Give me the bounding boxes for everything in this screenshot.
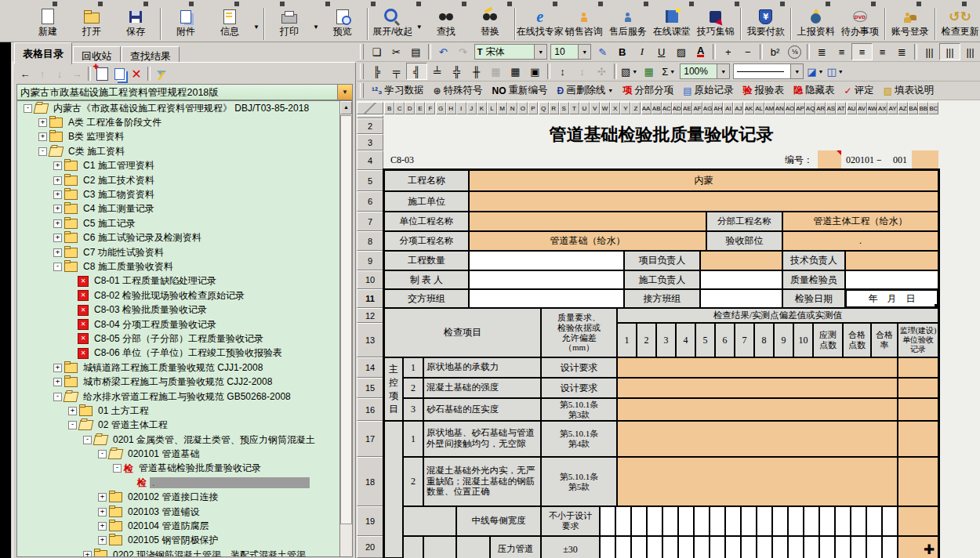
fill-style-button[interactable]: ◫▼: [825, 63, 844, 79]
tree-node-label[interactable]: C4 施工测量记录: [81, 202, 157, 216]
column-header-U[interactable]: U: [579, 102, 590, 114]
collapse-box-icon[interactable]: -: [83, 436, 92, 444]
expand-box-icon[interactable]: +: [53, 248, 62, 257]
row-header-7[interactable]: 7: [357, 212, 383, 231]
tree-node-label[interactable]: C8-01 工程质量缺陷处理记录: [92, 274, 219, 288]
lock-cell-button[interactable]: ▣: [525, 63, 545, 79]
column-header-AW[interactable]: AW: [867, 102, 877, 114]
font-color-button[interactable]: A: [691, 44, 710, 60]
measurement-cell[interactable]: [710, 506, 725, 536]
expand-box-icon[interactable]: +: [53, 190, 62, 199]
tree-node-label[interactable]: 020105 钢管阴极保护: [125, 534, 220, 547]
tree-node-label[interactable]: 020103 管道铺设: [125, 505, 201, 519]
column-header-AH[interactable]: AH: [713, 102, 723, 114]
bold-button[interactable]: B: [612, 44, 632, 60]
value-technical-manager[interactable]: [845, 251, 938, 270]
measurement-cell[interactable]: [725, 506, 741, 536]
renumber-button[interactable]: NO重新编号: [488, 83, 553, 98]
supervision-cell[interactable]: [898, 378, 938, 398]
column-header-AE[interactable]: AE: [682, 102, 692, 114]
tree-node[interactable]: -给水排水管道工程施工与验收规范 GB50268-2008: [17, 390, 352, 404]
tree-node-label[interactable]: 020102 管道接口连接: [125, 491, 220, 504]
tree-node[interactable]: +C5 施工记录: [17, 216, 352, 230]
column-header-AS[interactable]: AS: [826, 102, 836, 114]
column-header-AY[interactable]: AY: [887, 102, 898, 114]
decrease-size-button[interactable]: −: [738, 44, 757, 60]
expand-box-icon[interactable]: +: [68, 407, 77, 415]
grid-corner-cell[interactable]: [357, 102, 383, 114]
column-header-X[interactable]: X: [610, 102, 620, 114]
value-subdivision-project[interactable]: 管道基础（给水）: [469, 231, 706, 251]
expand-box-icon[interactable]: +: [53, 161, 62, 170]
insert-table-button[interactable]: ▦: [639, 63, 659, 79]
insert-row-above-button[interactable]: ╤: [387, 63, 406, 79]
cut-button[interactable]: ✂: [387, 44, 406, 60]
column-header-E[interactable]: E: [415, 102, 425, 114]
subdivision-item-button[interactable]: 项分部分项: [618, 83, 678, 98]
row-header-17[interactable]: 17: [357, 421, 383, 457]
new-button[interactable]: 新建: [26, 6, 70, 42]
column-header-M[interactable]: M: [497, 102, 507, 114]
increase-size-button[interactable]: +: [718, 44, 738, 60]
vertical-text-center-button[interactable]: |||: [939, 43, 960, 60]
result-cells[interactable]: [617, 398, 898, 421]
row-header-18[interactable]: 18: [357, 457, 383, 506]
row-header-19[interactable]: 19: [357, 506, 383, 536]
measurement-cell[interactable]: [678, 536, 694, 558]
form-number-cell-1[interactable]: [818, 150, 841, 170]
measurement-cell[interactable]: [804, 506, 819, 536]
font-size-arrow[interactable]: ▼: [578, 45, 590, 59]
form-number-cell-2[interactable]: [912, 150, 938, 170]
tree-node[interactable]: +C7 功能性试验资料: [17, 245, 352, 259]
redo-button[interactable]: ↷: [453, 44, 473, 60]
column-header-N[interactable]: N: [507, 102, 517, 114]
font-name-combo[interactable]: T 宋体 ▼: [474, 44, 547, 60]
align-right-button[interactable]: ≡: [873, 44, 892, 60]
delete-button[interactable]: ✕: [128, 66, 145, 82]
merge-cells-button[interactable]: ▦: [486, 63, 506, 79]
tree-node-label[interactable]: 01 土方工程: [96, 404, 151, 418]
value-acceptance-part[interactable]: .: [782, 231, 938, 251]
highlight-color-button[interactable]: ▨: [671, 44, 691, 60]
column-header-AC[interactable]: AC: [662, 102, 672, 114]
result-cells[interactable]: [617, 357, 898, 378]
tree-node-label[interactable]: C1 施工管理资料: [81, 159, 157, 172]
find-button[interactable]: 查找: [424, 6, 468, 42]
tree-node-label[interactable]: C8-05 分部（子分部）工程质量验收记录: [92, 332, 266, 346]
tab-table-directory[interactable]: 表格目录: [14, 42, 72, 64]
tree-node[interactable]: +城市桥梁工程施工与质量验收规范 CJJ2-2008: [17, 375, 352, 389]
nav-forward-button[interactable]: →: [68, 66, 85, 82]
todo-items-button[interactable]: DVD待办事项: [838, 6, 882, 42]
measurement-cell[interactable]: [678, 506, 694, 536]
collapse-box-icon[interactable]: -: [113, 464, 122, 473]
tree-node-label[interactable]: C3 施工物资资料: [81, 188, 157, 201]
column-header-F[interactable]: F: [425, 102, 435, 114]
value-project-manager[interactable]: [700, 251, 782, 270]
expand-box-icon[interactable]: +: [53, 219, 62, 228]
border-style-dropdown-arrow[interactable]: ▼: [818, 69, 824, 74]
column-header-W[interactable]: W: [600, 102, 610, 114]
column-header-AR[interactable]: AR: [815, 102, 826, 114]
measurement-cell[interactable]: [615, 506, 631, 536]
tree-node-label-selected[interactable]: .: [150, 477, 310, 488]
regulation-dropdown[interactable]: 内蒙古市政基础设施工程资料管理规程2018版 ▼: [16, 84, 353, 100]
row-header-14[interactable]: 14: [357, 357, 383, 378]
format-painter-button[interactable]: ✎: [593, 44, 612, 60]
collapse-box-icon[interactable]: -: [53, 393, 62, 401]
column-header-AA[interactable]: AA: [641, 102, 652, 114]
expand-box-icon[interactable]: +: [53, 364, 62, 372]
filter-button[interactable]: [153, 66, 170, 82]
measurement-cell[interactable]: [882, 536, 898, 558]
column-header-L[interactable]: L: [487, 102, 497, 114]
column-header-B[interactable]: B: [384, 102, 394, 114]
row-header-5[interactable]: 5: [357, 170, 383, 191]
tree-node-label[interactable]: C7 功能性试验资料: [81, 246, 166, 259]
fill-style-dropdown-arrow[interactable]: ▼: [838, 69, 844, 74]
value-project-quantity[interactable]: [469, 251, 624, 270]
copy-button[interactable]: ❏: [367, 44, 387, 60]
tree-node[interactable]: +020104 管道防腐层: [17, 519, 352, 533]
tree-node[interactable]: ✕C8-01 工程质量缺陷处理记录: [17, 274, 352, 288]
column-header-K[interactable]: K: [477, 102, 487, 114]
tree-node-label[interactable]: 城镇道路工程施工质量验收规范 CJJ1-2008: [81, 361, 265, 375]
column-header-Q[interactable]: Q: [539, 102, 549, 114]
